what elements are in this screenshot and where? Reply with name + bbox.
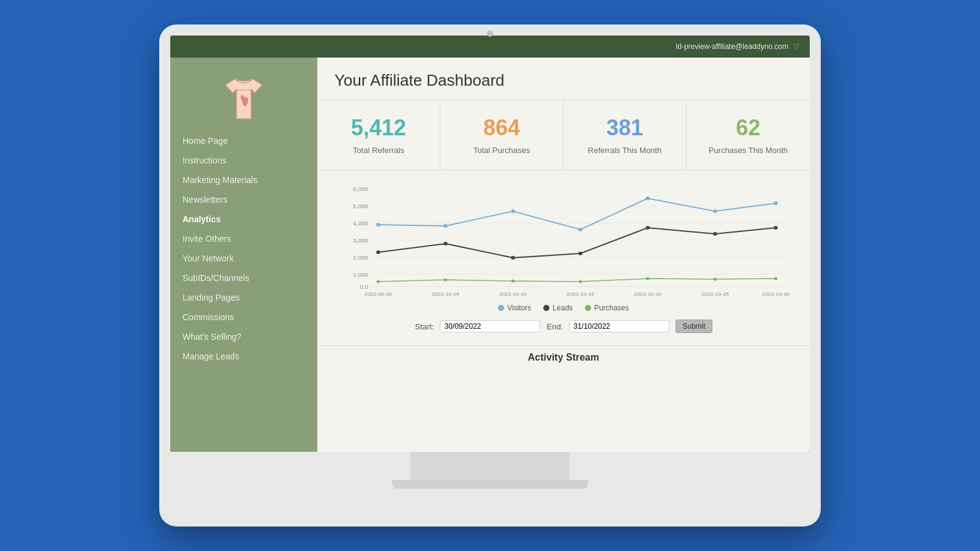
monitor: ld-preview-affiliate@leaddyno.com ♡ [159, 24, 821, 527]
chart-container: 6,000 5,000 4,000 3,000 2,000 1,000 0.0 … [334, 182, 793, 299]
svg-text:2022-10-30: 2022-10-30 [762, 291, 790, 297]
main-content: Your Affiliate Dashboard 5,412 Total Ref… [317, 58, 810, 452]
svg-text:3,000: 3,000 [353, 237, 368, 243]
sidebar-item-analytics[interactable]: Analytics [170, 209, 317, 229]
svg-text:1,000: 1,000 [353, 271, 368, 277]
svg-text:2022-10-10: 2022-10-10 [499, 291, 527, 297]
sidebar-item-commissions[interactable]: Commissions [170, 307, 317, 327]
svg-point-30 [443, 242, 448, 246]
visitors-label: Visitors [507, 304, 531, 312]
brand-logo [213, 70, 274, 131]
activity-section: Activity Stream [317, 345, 810, 381]
svg-point-29 [376, 250, 380, 254]
user-email: ld-preview-affiliate@leaddyno.com [676, 42, 788, 51]
svg-text:2022-10-05: 2022-10-05 [432, 291, 459, 297]
svg-point-28 [774, 201, 778, 205]
dashboard-header: Your Affiliate Dashboard [317, 58, 810, 100]
monitor-stand [410, 452, 570, 489]
activity-stream-title: Activity Stream [334, 352, 793, 363]
stat-label-referrals: Total Referrals [327, 146, 430, 155]
sidebar-item-whats-selling[interactable]: What's Selling? [170, 327, 317, 347]
svg-point-38 [511, 280, 515, 283]
legend-leads: Leads [543, 304, 573, 312]
stat-purchases-month: 62 Purchases This Month [687, 100, 810, 170]
stat-referrals-month: 381 Referrals This Month [564, 100, 687, 170]
sidebar-item-subids-channels[interactable]: SubIDs/Channels [170, 268, 317, 288]
purchases-dot [585, 305, 591, 311]
start-label: Start: [415, 322, 434, 331]
svg-text:0.0: 0.0 [360, 283, 368, 290]
sidebar-item-instructions[interactable]: Instructions [170, 151, 317, 170]
svg-point-40 [646, 277, 650, 280]
legend-visitors: Visitors [498, 304, 531, 312]
svg-point-39 [579, 280, 582, 283]
purchases-label: Purchases [594, 304, 629, 312]
svg-text:6,000: 6,000 [353, 186, 368, 192]
svg-text:2,000: 2,000 [353, 254, 368, 260]
monitor-camera [487, 31, 493, 37]
stat-total-purchases: 864 Total Purchases [440, 100, 564, 170]
svg-point-24 [511, 209, 515, 213]
screen-header: ld-preview-affiliate@leaddyno.com ♡ [170, 36, 810, 58]
sidebar-nav: Home Page Instructions Marketing Materia… [170, 131, 317, 366]
sidebar-item-home-page[interactable]: Home Page [170, 131, 317, 151]
date-range-row: Start: End: Submit [334, 320, 793, 333]
stat-value-referrals-month: 381 [573, 115, 676, 141]
svg-point-26 [646, 197, 650, 200]
svg-point-32 [578, 252, 582, 255]
stat-total-referrals: 5,412 Total Referrals [317, 100, 440, 170]
svg-point-41 [714, 278, 717, 281]
svg-point-37 [444, 279, 448, 282]
stat-label-purchases-month: Purchases This Month [696, 146, 800, 155]
sidebar-item-marketing-materials[interactable]: Marketing Materials [170, 170, 317, 190]
svg-point-42 [774, 277, 778, 280]
svg-point-31 [511, 256, 515, 260]
leads-dot [543, 305, 549, 311]
page-title: Your Affiliate Dashboard [334, 71, 793, 90]
sidebar-item-your-network[interactable]: Your Network [170, 249, 317, 268]
end-label: End: [546, 322, 563, 331]
svg-text:2022-10-20: 2022-10-20 [634, 291, 662, 297]
stat-value-purchases: 864 [450, 115, 553, 141]
stat-label-referrals-month: Referrals This Month [573, 146, 676, 155]
stat-label-purchases: Total Purchases [450, 146, 553, 155]
stat-value-referrals: 5,412 [327, 115, 430, 141]
svg-point-33 [646, 226, 650, 230]
svg-point-35 [774, 226, 778, 230]
svg-text:2022-10-25: 2022-10-25 [701, 291, 729, 297]
chart-area: 6,000 5,000 4,000 3,000 2,000 1,000 0.0 … [317, 170, 810, 345]
stats-row: 5,412 Total Referrals 864 Total Purchase… [317, 100, 810, 170]
visitors-dot [498, 305, 504, 311]
svg-point-22 [376, 223, 380, 227]
svg-point-36 [377, 280, 380, 283]
sidebar-item-newsletters[interactable]: Newsletters [170, 190, 317, 209]
svg-point-23 [443, 224, 448, 228]
monitor-screen: ld-preview-affiliate@leaddyno.com ♡ [170, 36, 810, 452]
sidebar-item-manage-leads[interactable]: Manage Leads [170, 347, 317, 366]
stat-value-purchases-month: 62 [696, 115, 800, 141]
svg-text:2022-09-30: 2022-09-30 [364, 291, 392, 297]
svg-text:5,000: 5,000 [353, 203, 368, 209]
svg-text:4,000: 4,000 [353, 220, 368, 226]
heart-icon: ♡ [793, 42, 800, 51]
screen-body: Home Page Instructions Marketing Materia… [170, 58, 810, 452]
svg-point-34 [713, 232, 717, 236]
legend-purchases: Purchases [585, 304, 629, 312]
svg-point-27 [713, 209, 717, 213]
leads-label: Leads [552, 304, 573, 312]
sidebar-item-landing-pages[interactable]: Landing Pages [170, 288, 317, 307]
svg-point-25 [578, 228, 582, 231]
svg-text:2022-10-15: 2022-10-15 [567, 291, 594, 297]
sidebar: Home Page Instructions Marketing Materia… [170, 58, 317, 452]
start-date-input[interactable] [440, 320, 540, 332]
chart-legend: Visitors Leads Purchases [334, 304, 793, 312]
end-date-input[interactable] [569, 320, 669, 332]
submit-button[interactable]: Submit [676, 320, 712, 333]
sidebar-item-invite-others[interactable]: Invite Others [170, 229, 317, 249]
line-chart: 6,000 5,000 4,000 3,000 2,000 1,000 0.0 … [334, 182, 793, 299]
